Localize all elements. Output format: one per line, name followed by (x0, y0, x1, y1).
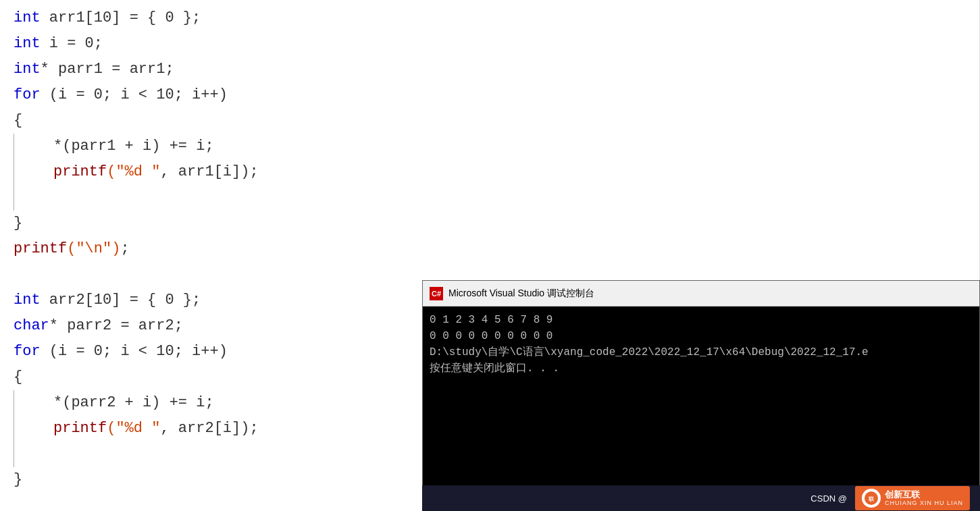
console-title: Microsoft Visual Studio 调试控制台 (448, 288, 594, 300)
bottom-bar: CSDN @ 联 创新互联 CHUIANG XIN HU LIAN (422, 485, 980, 511)
code-line-1: int arr1[10] = { 0 }; (14, 5, 979, 31)
console-app-icon: C# (430, 287, 443, 300)
code-line-2: int i = 0; (14, 31, 979, 57)
code-line-5: { (14, 108, 979, 134)
console-window: C# Microsoft Visual Studio 调试控制台 0 1 2 3… (422, 280, 980, 511)
console-line-2: 0 0 0 0 0 0 0 0 0 0 (430, 328, 973, 344)
code-line-10: printf("\n"); (14, 236, 979, 262)
console-line-3: D:\study\自学\C语言\xyang_code_2022\2022_12_… (430, 344, 973, 360)
brand-logo-text: 创新互联 CHUIANG XIN HU LIAN (885, 489, 963, 507)
code-line-4: for (i = 0; i < 10; i++) (14, 82, 979, 108)
csdn-label: CSDN @ (810, 493, 847, 504)
code-line-3: int* parr1 = arr1; (14, 57, 979, 82)
brand-logo-icon: 联 (862, 489, 881, 508)
console-titlebar: C# Microsoft Visual Studio 调试控制台 (423, 281, 979, 306)
code-line-6: *(parr1 + i) += i; (14, 134, 979, 159)
brand-logo: 联 创新互联 CHUIANG XIN HU LIAN (855, 486, 970, 510)
code-line-8 (14, 185, 979, 211)
code-line-7: printf("%d ", arr1[i]); (14, 159, 979, 185)
console-body: 0 1 2 3 4 5 6 7 8 9 0 0 0 0 0 0 0 0 0 0 … (423, 306, 979, 510)
code-line-9: } (14, 211, 979, 236)
console-line-4: 按任意键关闭此窗口. . . (430, 360, 973, 377)
console-line-1: 0 1 2 3 4 5 6 7 8 9 (430, 312, 973, 328)
svg-text:联: 联 (868, 496, 875, 502)
